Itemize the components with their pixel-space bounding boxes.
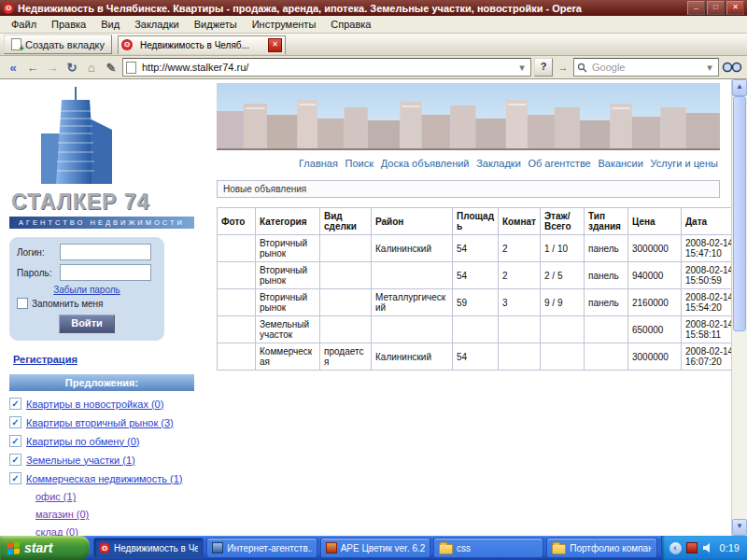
listing-cell [218,343,256,371]
address-input[interactable] [140,61,513,74]
offer-link[interactable]: офис (1) [35,491,76,502]
listing-row: Земельный участок6500002008-02-14 15:58:… [218,316,732,343]
listing-row: Вторичный рынок5422 / 5панель9400002008-… [218,262,732,289]
registration-link[interactable]: Регистрация [13,354,78,365]
page-scrollbar[interactable] [731,79,747,536]
listing-cell: 2008-02-14 15:50:59 [682,262,732,289]
offer-item[interactable]: офис (1) [35,491,207,502]
search-input[interactable] [590,61,701,74]
offer-link[interactable]: склад (0) [35,526,78,536]
offer-item[interactable]: Квартиры вторичный рынок (3) [9,416,207,428]
offer-item[interactable]: Земельные участки (1) [9,454,207,466]
taskbar-item-label: Портфолио компани... [570,543,651,553]
taskbar-item[interactable]: css [433,538,543,558]
tray-chevron-icon[interactable] [669,542,682,554]
minimize-button[interactable] [687,1,705,15]
browser-tab[interactable]: Недвижимость в Челяб... [118,35,286,54]
tray-app-icon[interactable] [686,542,698,553]
compose-icon[interactable] [103,59,120,76]
offer-item[interactable]: склад (0) [35,526,207,536]
offer-link[interactable]: Квартиры вторичный рынок (3) [26,417,174,428]
start-button[interactable]: start [0,536,90,560]
listing-cell: Вторичный рынок [256,262,320,289]
checkbox-icon [9,435,21,447]
offer-item[interactable]: Квартиры по обмену (0) [9,435,207,447]
listing-cell: 54 [453,235,499,262]
address-field[interactable] [122,58,531,77]
search-field[interactable] [573,58,719,77]
offer-link[interactable]: Коммерческая недвижимость (1) [26,473,183,484]
nav-link[interactable]: Поиск [345,158,374,169]
tab-title: Недвижимость в Челяб... [140,40,264,50]
menu-item[interactable]: Закладки [127,17,187,32]
offer-link[interactable]: Земельные участки (1) [26,455,135,466]
taskbar-item[interactable]: APE Цветик ver. 6.2 [320,538,430,558]
offer-link[interactable]: магазин (0) [35,509,89,520]
taskbar-item[interactable]: Интернет-агентств... [206,538,317,558]
close-button[interactable] [726,1,744,15]
folder-icon [439,544,453,554]
maximize-button[interactable] [707,1,725,15]
search-icon [577,63,587,73]
offer-item[interactable]: магазин (0) [35,509,207,520]
scrollbar-track[interactable] [732,96,747,519]
offer-item[interactable]: Коммерческая недвижимость (1) [9,472,207,484]
back-icon[interactable] [24,59,41,76]
address-dropdown-icon[interactable] [516,62,528,74]
listing-cell: 650000 [628,316,682,343]
listing-cell: 2 / 5 [541,262,585,289]
new-tab-button[interactable]: Создать вкладку [4,35,112,54]
reload-icon[interactable] [63,59,80,76]
taskbar-item[interactable]: Недвижимость в Че... [93,538,204,558]
menu-item[interactable]: Правка [44,17,93,32]
forgot-password-link[interactable]: Забыли пароль [17,285,157,295]
rewind-icon[interactable] [5,59,21,76]
column-header: Тип здания [585,208,628,235]
menu-item[interactable]: Справка [323,17,378,32]
volume-icon[interactable] [702,542,713,553]
taskbar-item[interactable]: Портфолио компани... [546,538,656,558]
listing-cell [372,316,453,343]
listing-cell [585,343,628,371]
nav-link[interactable]: Доска объявлений [381,158,470,169]
listing-cell [218,262,256,289]
window-titlebar: Недвижимость в Челябинске. Квартиры - пр… [0,0,747,16]
scroll-up-icon[interactable] [732,79,747,96]
remember-checkbox[interactable] [17,298,28,309]
go-icon[interactable] [556,62,571,73]
listing-cell [453,316,499,343]
nav-link[interactable]: Вакансии [598,158,643,169]
listing-cell: 2 [499,235,541,262]
listing-row: Вторичный рынокМеталлургический5939 / 9п… [218,289,732,316]
logo-subtitle: АГЕНТСТВО НЕДВИЖИМОСТИ [9,217,194,229]
offer-link[interactable]: Квартиры по обмену (0) [26,436,139,447]
menu-item[interactable]: Вид [93,17,127,32]
listing-cell: продается [320,343,372,371]
menu-item[interactable]: Виджеты [187,17,245,32]
forward-icon[interactable] [44,59,61,76]
listing-cell: 1 / 10 [541,235,585,262]
sidebar: СТАЛКЕР 74 АГЕНТСТВО НЕДВИЖИМОСТИ Логин:… [0,79,207,536]
nav-link[interactable]: Главная [299,158,338,169]
scrollbar-thumb[interactable] [733,96,746,331]
offer-item[interactable]: Квартиры в новостройках (0) [9,398,207,410]
home-icon[interactable] [83,59,100,76]
opera-icon [3,3,14,14]
zoom-glasses-icon[interactable] [722,61,742,74]
listings-table: ФотоКатегорияВид сделкиРайонПлощадьКомна… [217,207,731,371]
search-dropdown-icon[interactable] [704,62,715,74]
checkbox-icon [9,454,21,466]
offer-link[interactable]: Квартиры в новостройках (0) [26,399,163,410]
login-button[interactable]: Войти [59,315,115,333]
listing-cell [320,262,372,289]
nav-link[interactable]: Об агентстве [528,158,590,169]
login-input[interactable] [60,244,151,260]
menu-item[interactable]: Инструменты [245,17,324,32]
nav-link[interactable]: Услуги и цены [651,158,718,169]
nav-link[interactable]: Закладки [476,158,521,169]
menu-item[interactable]: Файл [4,17,44,32]
scroll-down-icon[interactable] [732,519,747,536]
help-button[interactable] [534,58,553,77]
password-input[interactable] [60,264,151,281]
tab-close-icon[interactable] [268,38,282,52]
